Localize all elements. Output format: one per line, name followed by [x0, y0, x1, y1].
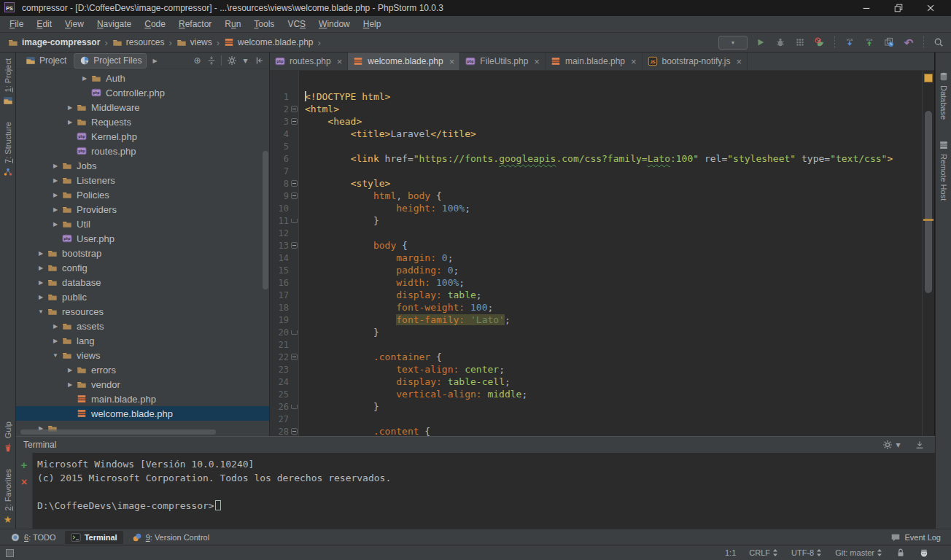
tree-item[interactable]: ▶assets — [16, 319, 269, 333]
tree-collapsed-icon[interactable]: ▶ — [50, 163, 61, 169]
git-branch-selector[interactable]: Git: master — [835, 548, 882, 558]
tab-close-icon[interactable]: × — [335, 57, 343, 66]
editor-tab[interactable]: main.blade.php× — [546, 52, 643, 70]
fold-marker[interactable] — [289, 118, 299, 125]
menu-run[interactable]: Run — [218, 17, 247, 31]
tree-collapsed-icon[interactable]: ▶ — [35, 250, 47, 257]
tree-item[interactable]: ▼views — [16, 348, 269, 362]
editor-view[interactable]: 1<!DOCTYPE html>2<html>3 <head>4 <title>… — [270, 71, 934, 436]
tree-item[interactable]: ▶Policies — [16, 187, 269, 202]
hector-inspections-icon[interactable] — [919, 548, 929, 558]
fold-collapse-icon[interactable] — [291, 354, 298, 360]
run-button[interactable] — [754, 36, 767, 49]
tree-item[interactable]: ▶database — [16, 275, 269, 289]
tree-collapsed-icon[interactable]: ▶ — [35, 294, 47, 300]
tree-collapsed-icon[interactable]: ▶ — [50, 338, 61, 344]
tree-item[interactable]: ▶Auth — [16, 71, 269, 85]
tree-item[interactable]: ▶vendor — [16, 377, 269, 392]
tree-collapsed-icon[interactable]: ▶ — [64, 119, 76, 125]
restore-button[interactable] — [882, 1, 915, 15]
fold-marker[interactable] — [289, 180, 299, 187]
toggle-toolwindows-icon[interactable] — [6, 549, 14, 557]
fold-collapse-icon[interactable] — [291, 242, 298, 249]
terminal-gear-icon[interactable] — [882, 440, 893, 451]
tree-collapsed-icon[interactable]: ▶ — [35, 265, 47, 271]
tree-item[interactable]: ▶public — [16, 289, 269, 304]
toolwindow-button-9-version-control[interactable]: 9: Version Control — [126, 531, 215, 544]
tree-item[interactable]: welcome.blade.php — [16, 406, 269, 421]
tool-strip-button-remote-host[interactable]: Remote Host — [939, 140, 949, 201]
tree-collapsed-icon[interactable]: ▶ — [64, 367, 76, 373]
editor-tab[interactable]: phpFileUtils.php× — [460, 52, 546, 70]
tree-item[interactable]: ▶config — [16, 260, 269, 275]
tree-item[interactable]: ▶Requests — [16, 114, 269, 129]
close-button[interactable] — [915, 1, 947, 15]
line-ending-selector[interactable]: CRLF — [749, 548, 778, 558]
tool-strip-button-2-favorites[interactable]: 2: Favorites★ — [3, 469, 13, 524]
tool-strip-button-gulp[interactable]: Gulp — [3, 421, 13, 452]
breadcrumb-item[interactable]: image-compressor — [6, 37, 102, 47]
tree-item[interactable]: main.blade.php — [16, 392, 269, 406]
fold-end-icon[interactable] — [291, 330, 298, 335]
terminal-output[interactable]: Microsoft Windows [Versión 10.0.10240](c… — [33, 453, 935, 529]
menu-edit[interactable]: Edit — [30, 17, 58, 31]
vcs-update-button[interactable]: VCS — [843, 36, 856, 49]
fold-marker[interactable] — [289, 242, 299, 249]
readonly-lock-icon[interactable] — [896, 548, 906, 558]
tree-collapsed-icon[interactable]: ▶ — [64, 104, 76, 111]
tool-strip-button-1-project[interactable]: 1: Project — [3, 58, 13, 106]
tree-item[interactable]: ▶lang — [16, 333, 269, 348]
tree-expanded-icon[interactable]: ▼ — [50, 352, 61, 359]
search-everywhere-button[interactable] — [932, 36, 945, 49]
menu-window[interactable]: Window — [312, 17, 357, 31]
run-configuration-dropdown[interactable]: ▼ — [718, 36, 748, 50]
editor-tab[interactable]: phproutes.php× — [270, 52, 348, 70]
fold-marker[interactable] — [289, 192, 299, 199]
fold-collapse-icon[interactable] — [291, 180, 298, 187]
editor-scrollbar-thumb[interactable] — [925, 111, 932, 293]
phone-listen-button[interactable] — [813, 36, 826, 49]
tree-item[interactable]: ▶Util — [16, 217, 269, 231]
tree-item[interactable]: ▶errors — [16, 362, 269, 377]
fold-marker[interactable] — [289, 405, 299, 409]
tree-expanded-icon[interactable]: ▼ — [35, 308, 47, 315]
tree-collapsed-icon[interactable]: ▶ — [35, 279, 47, 286]
breadcrumb-item[interactable]: views — [174, 37, 214, 47]
menu-tools[interactable]: Tools — [247, 17, 281, 31]
toolwindow-button-terminal[interactable]: Terminal — [65, 531, 123, 544]
editor-tab[interactable]: JSbootstrap-notify.js× — [643, 52, 748, 70]
event-log-button[interactable]: Event Log — [885, 531, 947, 544]
inspection-indicator[interactable] — [924, 74, 933, 82]
tree-collapsed-icon[interactable]: ▶ — [79, 75, 90, 82]
tree-item[interactable]: ▶Middleware — [16, 100, 269, 114]
gear-dropdown-arrow-icon[interactable]: ▾ — [240, 55, 251, 66]
tree-collapsed-icon[interactable]: ▶ — [50, 221, 61, 228]
tree-item[interactable]: ▶bootstrap — [16, 246, 269, 260]
tree-collapsed-icon[interactable]: ▶ — [50, 192, 61, 198]
fold-collapse-icon[interactable] — [291, 118, 298, 125]
terminal-new-session-button[interactable]: + — [18, 459, 30, 470]
fold-end-icon[interactable] — [291, 219, 298, 223]
fold-end-icon[interactable] — [291, 405, 298, 409]
tab-close-icon[interactable]: × — [629, 57, 637, 66]
code-area[interactable]: 1<!DOCTYPE html>2<html>3 <head>4 <title>… — [270, 71, 922, 436]
project-files-tab[interactable]: Project Files — [74, 53, 147, 69]
menu-navigate[interactable]: Navigate — [90, 17, 138, 31]
highlight-stripe-marker[interactable] — [923, 219, 933, 221]
fold-marker[interactable] — [289, 330, 299, 335]
tree-item[interactable]: phpUser.php — [16, 231, 269, 246]
tree-collapsed-icon[interactable]: ▶ — [50, 177, 61, 184]
menu-file[interactable]: File — [3, 17, 30, 31]
tab-close-icon[interactable]: × — [532, 57, 540, 66]
minimize-button[interactable] — [850, 1, 882, 15]
tree-item[interactable]: ▼resources — [16, 304, 269, 319]
tree-item[interactable]: ▶Jobs — [16, 158, 269, 173]
gear-icon[interactable] — [226, 55, 237, 66]
menu-help[interactable]: Help — [357, 17, 388, 31]
locate-icon[interactable]: ⊕ — [192, 55, 203, 66]
coverage-button[interactable] — [793, 36, 807, 49]
terminal-close-session-button[interactable]: × — [18, 476, 30, 488]
vcs-commit-button[interactable]: VCS — [863, 36, 876, 49]
tree-item[interactable]: phproutes.php — [16, 144, 269, 158]
caret-position[interactable]: 1:1 — [725, 548, 736, 557]
